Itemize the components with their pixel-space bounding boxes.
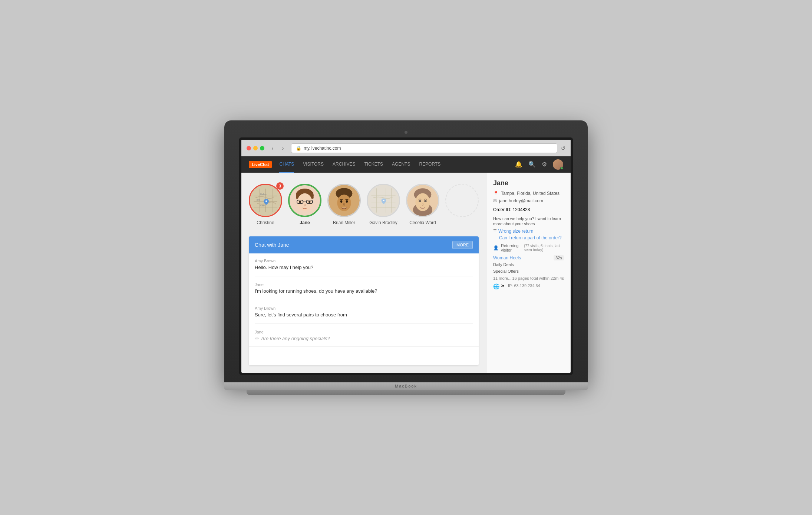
christine-avatar-wrap: Dallas KAS Austin: [249, 184, 282, 217]
browser-chrome: ‹ › 🔒 my.livechatinc.com ↺: [241, 140, 571, 156]
visitor-cecelia[interactable]: Cecelia Ward: [406, 184, 439, 225]
nav-chats[interactable]: CHATS: [279, 156, 294, 173]
visitor-gavin[interactable]: Gavin Bradley: [367, 184, 400, 225]
lock-icon: 🔒: [296, 146, 301, 151]
sender-amy-1: Amy Brown: [255, 259, 473, 263]
visitor-jane[interactable]: Jane: [288, 184, 321, 225]
address-bar[interactable]: 🔒 my.livechatinc.com: [291, 143, 557, 153]
jane-avatar: [288, 184, 321, 217]
laptop-wrapper: ‹ › 🔒 my.livechatinc.com ↺ LiveChat CHAT…: [224, 120, 588, 395]
sidebar-visitor-name: Jane: [493, 179, 564, 187]
sidebar: Jane 📍 Tampa, Florida, United States ✉ j…: [486, 173, 571, 373]
page-row-2: Daily Deals: [493, 262, 564, 267]
list-icon-1: ☰: [493, 229, 497, 233]
edit-icon: ✏: [255, 336, 259, 341]
christine-map-svg: Dallas KAS Austin: [250, 185, 281, 216]
nav-arrows: ‹ ›: [268, 144, 287, 153]
close-button[interactable]: [247, 146, 251, 150]
sidebar-email-row: ✉ jane.hurley@mail.com: [493, 198, 564, 203]
nav-right: 🔔 🔍 ⚙: [515, 159, 563, 170]
page-label-1[interactable]: Woman Heels: [493, 255, 521, 260]
visitor-christine[interactable]: Dallas KAS Austin: [249, 184, 282, 225]
returning-label: Returning visitor: [501, 243, 522, 252]
sender-jane-1: Jane: [255, 282, 473, 287]
more-pages: 11 more...: [493, 276, 512, 280]
app-navbar: LiveChat CHATS VISITORS ARCHIVES TICKETS…: [241, 156, 571, 173]
nav-items: CHATS VISITORS ARCHIVES TICKETS AGENTS R…: [279, 156, 515, 173]
laptop-body: ‹ › 🔒 my.livechatinc.com ↺ LiveChat CHAT…: [224, 120, 588, 382]
svg-point-36: [383, 200, 384, 201]
chat-title: Chat with Jane: [255, 242, 289, 248]
sidebar-link-1-text[interactable]: Wrong size return: [498, 229, 533, 234]
cecelia-avatar: [406, 184, 439, 217]
sidebar-link-1: ☰ Wrong size return: [493, 229, 564, 234]
sidebar-question-section: How can we help you? I want to learn mor…: [493, 216, 564, 226]
page-time-1: 32s: [554, 255, 564, 260]
sidebar-link-2-text[interactable]: Can I return a part of the order?: [493, 235, 562, 240]
bell-icon[interactable]: 🔔: [515, 161, 522, 168]
nav-reports[interactable]: REPORTS: [419, 156, 440, 173]
minimize-button[interactable]: [253, 146, 258, 150]
user-avatar[interactable]: [553, 159, 563, 170]
macbook-label: MacBook: [224, 382, 588, 390]
nav-agents[interactable]: AGENTS: [392, 156, 410, 173]
svg-text:Dallas: Dallas: [260, 193, 267, 195]
flag-icons: 🌐 🏳: [493, 283, 506, 288]
svg-point-42: [424, 200, 427, 202]
chat-input[interactable]: [255, 350, 473, 362]
more-button[interactable]: MORE: [452, 241, 473, 249]
message-group-3: Amy Brown Sure, let's find several pairs…: [255, 306, 473, 318]
sidebar-order-id: Order ID: 1204823: [493, 207, 530, 212]
ip-row: 🌐 🏳 IP: 63.139.234.64: [493, 283, 564, 288]
message-group-1: Amy Brown Hello. How may I help you?: [255, 259, 473, 270]
svg-point-11: [265, 200, 267, 202]
sidebar-location-row: 📍 Tampa, Florida, United States: [493, 191, 564, 196]
chat-input-area[interactable]: [249, 346, 479, 365]
traffic-lights: [247, 146, 264, 150]
jane-name: Jane: [300, 220, 310, 225]
chat-messages: Amy Brown Hello. How may I help you? Jan…: [249, 253, 479, 346]
christine-name: Christine: [257, 220, 274, 225]
brian-avatar-wrap: [327, 184, 361, 217]
message-group-4: Jane ✏ Are there any ongoing specials?: [255, 330, 473, 341]
svg-point-41: [419, 200, 421, 202]
chat-divider-3: [255, 323, 473, 324]
screen-bezel: ‹ › 🔒 my.livechatinc.com ↺ LiveChat CHAT…: [239, 137, 573, 375]
unknown-avatar-wrap: [445, 184, 479, 217]
message-text-4: ✏ Are there any ongoing specials?: [255, 336, 473, 341]
svg-point-20: [308, 200, 310, 202]
visitor-unknown[interactable]: [445, 184, 479, 220]
gavin-name: Gavin Bradley: [369, 220, 397, 225]
nav-archives[interactable]: ARCHIVES: [333, 156, 355, 173]
settings-icon[interactable]: ⚙: [542, 161, 547, 168]
brian-avatar: [327, 184, 361, 217]
svg-point-26: [340, 200, 343, 203]
sidebar-order-section: Order ID: 1204823: [493, 207, 564, 212]
sender-jane-2: Jane: [255, 330, 473, 334]
pages-info-row: 11 more... 16 pages total within 22m 4s: [493, 276, 564, 280]
chat-divider-1: [255, 276, 473, 276]
back-button[interactable]: ‹: [268, 144, 277, 153]
chat-area: Dallas KAS Austin: [241, 173, 486, 373]
sidebar-link-2: Can I return a part of the order?: [493, 235, 564, 240]
cecelia-face-svg: [407, 184, 438, 217]
cecelia-name: Cecelia Ward: [409, 220, 436, 225]
sidebar-question: How can we help you? I want to learn mor…: [493, 216, 561, 226]
visitor-brian[interactable]: Brian Miller: [327, 184, 361, 225]
chat-divider-2: [255, 300, 473, 300]
forward-button[interactable]: ›: [278, 144, 287, 153]
message-text-1: Hello. How may I help you?: [255, 265, 473, 270]
gavin-avatar-wrap: [367, 184, 400, 217]
visitors-row: Dallas KAS Austin: [249, 180, 479, 229]
search-icon[interactable]: 🔍: [528, 161, 536, 168]
chrome-icon: 🌐: [493, 283, 499, 288]
page-label-2: Daily Deals: [493, 262, 514, 267]
reload-button[interactable]: ↺: [561, 145, 565, 151]
sender-amy-2: Amy Brown: [255, 306, 473, 310]
christine-badge: 3: [276, 182, 284, 190]
page-row-3: Special Offers: [493, 269, 564, 274]
nav-tickets[interactable]: TICKETS: [364, 156, 383, 173]
nav-visitors[interactable]: VISITORS: [303, 156, 324, 173]
svg-text:Austin: Austin: [260, 205, 265, 207]
maximize-button[interactable]: [260, 146, 264, 150]
